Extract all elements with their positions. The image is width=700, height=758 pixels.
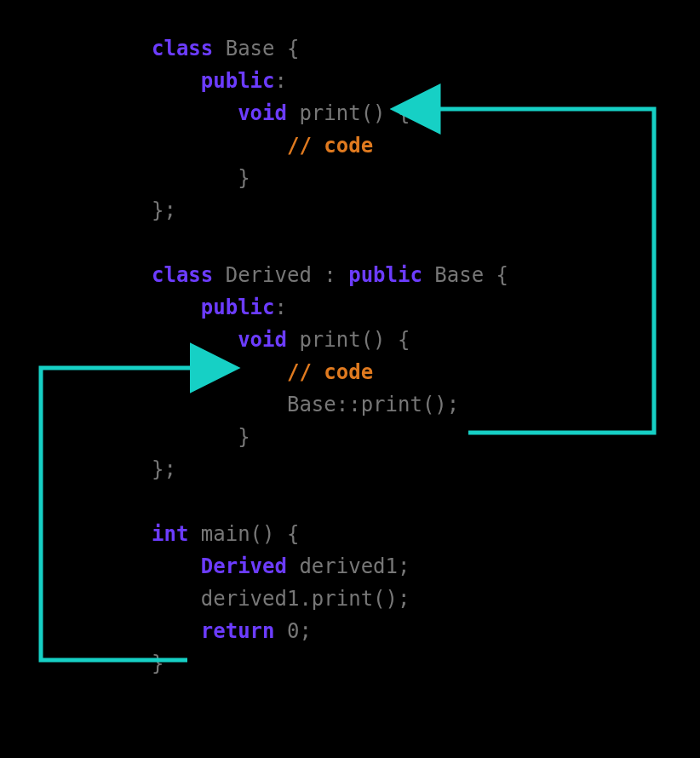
call-derived1-print: derived1.print(); [201, 587, 410, 611]
fn-derived-print: print() [299, 328, 385, 352]
keyword-void: void [238, 328, 287, 352]
keyword-public: public [201, 69, 275, 93]
line-4: // code [152, 134, 373, 158]
line-14: }; [152, 457, 176, 481]
line-1: class Base { [152, 37, 299, 60]
line-11: // code [152, 360, 373, 384]
type-derived: Derived [201, 554, 287, 578]
code-block: class Base { public: void print() { // c… [152, 32, 508, 680]
line-12: Base::print(); [152, 393, 459, 416]
line-10: void print() { [152, 328, 410, 352]
line-18: derived1.print(); [152, 587, 410, 611]
fn-base-print: print() [299, 101, 385, 125]
keyword-void: void [238, 101, 287, 125]
keyword-class: class [152, 263, 213, 287]
line-5: } [152, 166, 250, 190]
keyword-public: public [348, 263, 422, 287]
comment: // code [287, 360, 373, 384]
line-13: } [152, 425, 250, 449]
line-3: void print() { [152, 101, 410, 125]
line-16: int main() { [152, 522, 299, 546]
line-20: } [152, 652, 164, 675]
keyword-public: public [201, 296, 275, 319]
keyword-int: int [152, 522, 188, 546]
class-name-base: Base [226, 37, 275, 60]
fn-main: main() [201, 522, 275, 546]
line-6: }; [152, 198, 176, 222]
keyword-class: class [152, 37, 213, 60]
comment: // code [287, 134, 373, 158]
line-17: Derived derived1; [152, 554, 410, 578]
keyword-return: return [201, 619, 275, 643]
class-name-derived: Derived [226, 263, 312, 287]
line-9: public: [152, 296, 287, 319]
line-8: class Derived : public Base { [152, 263, 508, 287]
diagram-stage: { "code": { "l1": { "kw_class":"class", … [0, 0, 700, 758]
call-base-print: Base::print(); [287, 393, 459, 416]
line-19: return 0; [152, 619, 312, 643]
line-2: public: [152, 69, 287, 93]
